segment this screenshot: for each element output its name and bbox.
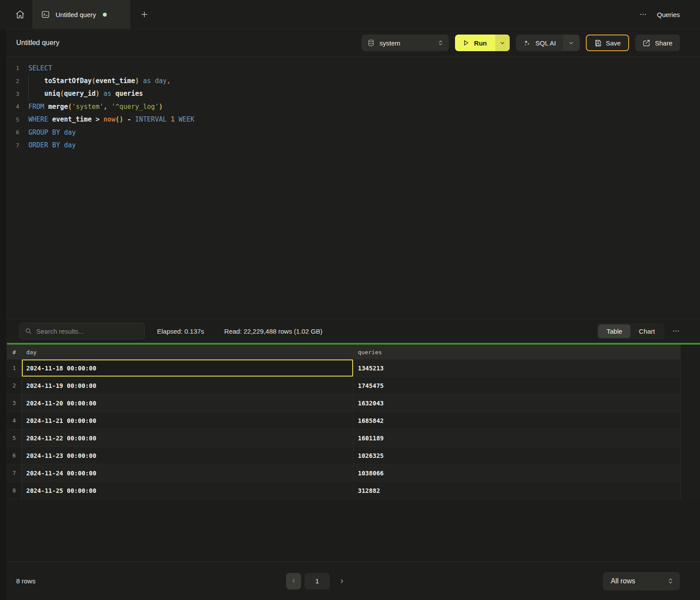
share-button[interactable]: Share <box>635 35 680 51</box>
cell-day[interactable]: 2024-11-19 00:00:00 <box>22 377 354 394</box>
cell-day[interactable]: 2024-11-22 00:00:00 <box>22 429 354 447</box>
code-line[interactable]: 4FROM merge('system', '^query_log') <box>7 100 700 113</box>
cell-day[interactable]: 2024-11-23 00:00:00 <box>22 447 354 464</box>
sql-editor[interactable]: 1SELECT2 toStartOfDay(event_time) as day… <box>7 57 700 319</box>
cell-queries[interactable]: 1685842 <box>354 412 681 429</box>
search-icon <box>25 328 32 335</box>
row-index: 8 <box>7 482 22 499</box>
updown-chevron-icon <box>667 578 674 584</box>
sparkles-icon <box>523 39 531 47</box>
code-text: FROM merge('system', '^query_log') <box>28 103 163 111</box>
run-dropdown-caret[interactable] <box>495 35 510 51</box>
home-button[interactable] <box>10 0 30 29</box>
table-row: 62024-11-23 00:00:001026325 <box>7 447 681 464</box>
page-size-selector[interactable]: All rows <box>603 572 680 590</box>
table-row: 22024-11-19 00:00:001745475 <box>7 377 681 394</box>
search-results-box[interactable] <box>19 323 145 339</box>
cell-queries[interactable]: 1345213 <box>354 359 681 377</box>
page-size-value: All rows <box>611 577 635 585</box>
chevron-left-icon <box>291 578 297 584</box>
view-table-button[interactable]: Table <box>598 324 630 338</box>
plus-icon <box>140 10 149 19</box>
table-row: 52024-11-22 00:00:001601189 <box>7 429 681 447</box>
line-number: 3 <box>7 91 19 97</box>
sql-ai-button[interactable]: SQL AI <box>516 35 580 51</box>
table-row: 42024-11-21 00:00:001685842 <box>7 412 681 429</box>
results-more-button[interactable] <box>672 327 680 335</box>
grid-header-row: # day queries <box>7 345 681 359</box>
chevron-right-icon <box>339 578 345 584</box>
cell-day[interactable]: 2024-11-18 00:00:00 <box>22 359 354 377</box>
page-number-button[interactable]: 1 <box>304 573 330 590</box>
code-text: SELECT <box>28 64 52 72</box>
save-icon <box>594 39 602 47</box>
grid-rows: 12024-11-18 00:00:00134521322024-11-19 0… <box>7 359 681 499</box>
grid-header-day[interactable]: day <box>22 345 354 359</box>
next-page-button[interactable] <box>339 578 345 584</box>
code-line[interactable]: 5WHERE event_time > now() - INTERVAL 1 W… <box>7 113 700 126</box>
code-line[interactable]: 3 uniq(query_id) as queries <box>7 87 700 100</box>
ellipsis-icon <box>639 10 647 18</box>
query-title: Untitled query <box>16 39 60 47</box>
search-results-input[interactable] <box>36 328 139 335</box>
cell-queries[interactable]: 1632043 <box>354 394 681 412</box>
indent-guide <box>28 75 29 101</box>
results-toolbar: Elapsed: 0.137s Read: 22,229,488 rows (1… <box>7 319 700 343</box>
code-text: WHERE event_time > now() - INTERVAL 1 WE… <box>28 115 194 123</box>
view-chart-button[interactable]: Chart <box>630 324 663 338</box>
run-button-main[interactable]: Run <box>455 35 495 51</box>
tab-label: Untitled query <box>56 11 96 18</box>
tab-untitled-query[interactable]: Untitled query <box>32 0 130 29</box>
line-number: 7 <box>7 142 19 149</box>
run-button[interactable]: Run <box>455 35 510 51</box>
updown-chevron-icon <box>438 40 444 46</box>
sql-console-window: Untitled query Queries Untitled query <box>0 0 700 600</box>
cell-day[interactable]: 2024-11-25 00:00:00 <box>22 482 354 499</box>
row-index: 5 <box>7 429 22 447</box>
sql-ai-dropdown-caret[interactable] <box>563 35 580 51</box>
code-text: uniq(query_id) as queries <box>28 90 143 98</box>
previous-page-button[interactable] <box>286 573 301 590</box>
cell-queries[interactable]: 1601189 <box>354 429 681 447</box>
terminal-icon <box>41 10 50 19</box>
cell-queries[interactable]: 1026325 <box>354 447 681 464</box>
ellipsis-icon <box>672 327 680 335</box>
database-icon <box>368 39 374 46</box>
line-number: 2 <box>7 78 19 84</box>
topbar-more-button[interactable] <box>639 10 647 18</box>
results-footer: 8 rows 1 All rows <box>7 562 700 600</box>
save-button[interactable]: Save <box>586 35 629 51</box>
run-button-label: Run <box>474 39 487 47</box>
row-index: 3 <box>7 394 22 412</box>
code-line[interactable]: 1SELECT <box>7 62 700 74</box>
code-line[interactable]: 7ORDER BY day <box>7 139 700 151</box>
code-line[interactable]: 2 toStartOfDay(event_time) as day, <box>7 74 700 87</box>
line-number: 6 <box>7 129 19 136</box>
cell-queries[interactable]: 1038066 <box>354 464 681 481</box>
left-rail <box>0 29 7 600</box>
new-tab-button[interactable] <box>135 0 154 29</box>
grid-header-queries[interactable]: queries <box>354 345 681 359</box>
save-button-label: Save <box>606 39 621 47</box>
rows-count: 8 rows <box>16 577 35 585</box>
table-row: 32024-11-20 00:00:001632043 <box>7 394 681 412</box>
cell-day[interactable]: 2024-11-20 00:00:00 <box>22 394 354 412</box>
cell-queries[interactable]: 312882 <box>354 482 681 499</box>
query-actions: system Run <box>361 35 680 51</box>
view-toggle: Table Chart <box>597 323 665 339</box>
table-row: 12024-11-18 00:00:001345213 <box>7 359 681 377</box>
queries-link[interactable]: Queries <box>657 11 680 18</box>
query-header: Untitled query system <box>7 29 700 57</box>
row-index: 1 <box>7 359 22 377</box>
chevron-down-icon <box>568 40 574 46</box>
cell-queries[interactable]: 1745475 <box>354 377 681 394</box>
code-lines: 1SELECT2 toStartOfDay(event_time) as day… <box>7 62 700 152</box>
top-tab-bar: Untitled query Queries <box>0 0 700 29</box>
cell-day[interactable]: 2024-11-24 00:00:00 <box>22 464 354 481</box>
code-line[interactable]: 6GROUP BY day <box>7 126 700 139</box>
cell-day[interactable]: 2024-11-21 00:00:00 <box>22 412 354 429</box>
sql-ai-main[interactable]: SQL AI <box>516 35 563 51</box>
read-stat: Read: 22,229,488 rows (1.02 GB) <box>224 328 322 335</box>
database-selector[interactable]: system <box>361 35 449 51</box>
topbar-right: Queries <box>639 0 700 29</box>
